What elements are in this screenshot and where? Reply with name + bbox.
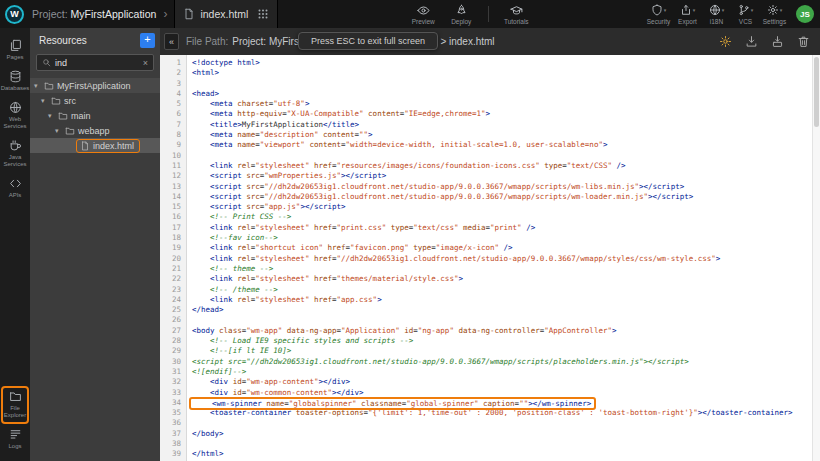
code-line[interactable]: <meta http-equiv="X-UA-Compatible" conte…	[192, 109, 812, 119]
deploy-button[interactable]: Deploy	[444, 4, 478, 25]
pages-label: Pages	[6, 54, 23, 61]
avatar[interactable]: JS	[796, 5, 814, 23]
settings-label: Settings	[763, 18, 787, 25]
search-input[interactable]: ind	[55, 58, 139, 68]
sidebar-item-apis[interactable]: APIs	[1, 173, 29, 204]
line-number: 22	[160, 274, 181, 284]
code-line[interactable]: <meta name="viewport" content="width=dev…	[192, 140, 812, 150]
code-line[interactable]: <script src="//dh2dw20653ig1.cloudfront.…	[192, 357, 812, 367]
resources-search[interactable]: ind ×	[36, 54, 154, 71]
preview-button[interactable]: Preview	[406, 4, 440, 25]
tree-item-webapp[interactable]: ▾webapp	[30, 123, 160, 138]
tutorials-button[interactable]: Tutorials	[499, 4, 533, 25]
code-line[interactable]: <link rel="stylesheet" href="print.css" …	[192, 223, 812, 233]
code-line[interactable]	[192, 79, 812, 89]
delete-button[interactable]	[797, 35, 810, 48]
code-line[interactable]: <script src="//dh2dw20653ig1.cloudfront.…	[192, 182, 812, 192]
code-line[interactable]	[192, 315, 812, 325]
download-button[interactable]	[745, 35, 758, 48]
code-line[interactable]: <!doctype html>	[192, 58, 812, 68]
line-number: 27	[160, 326, 181, 336]
caret-down-icon[interactable]: ▾	[55, 127, 62, 135]
code-line[interactable]: <meta name="description" content="">	[192, 130, 812, 140]
security-label: Security	[647, 18, 670, 25]
code-line[interactable]	[192, 418, 812, 428]
import-button[interactable]	[771, 35, 784, 48]
sidebar-item-logs[interactable]: Logs	[1, 424, 29, 455]
file-explorer-label: File Explorer	[3, 405, 27, 419]
clear-search-icon[interactable]: ×	[143, 58, 148, 68]
code-line[interactable]: <![endif]-->	[192, 367, 812, 377]
code-line[interactable]: <div id="wm-app-content"></div>	[192, 377, 812, 387]
tree-item-index.html[interactable]: index.html	[30, 138, 160, 153]
sidebar-item-file-explorer[interactable]: File Explorer	[1, 386, 29, 424]
settings-button[interactable]: ▾Settings	[760, 4, 789, 25]
preview-label: Preview	[412, 18, 435, 25]
globe-icon	[709, 4, 721, 16]
code-line[interactable]: <!--[if lt IE 10]>	[192, 346, 812, 356]
sidebar-item-pages[interactable]: Pages	[1, 35, 29, 66]
code-line[interactable]: <wm-spinner name="globalspinner" classna…	[192, 398, 812, 408]
file-path-label: File Path:	[186, 36, 228, 47]
code-line[interactable]: </body>	[192, 429, 812, 439]
line-number: 7	[160, 120, 181, 130]
code-line[interactable]: <link rel="stylesheet" href="themes/mate…	[192, 274, 812, 284]
add-resource-button[interactable]: +	[140, 33, 155, 48]
code-line[interactable]: <!-- Print CSS -->	[192, 212, 812, 222]
code-line[interactable]: <!-- /theme -->	[192, 285, 812, 295]
vcs-label: VCS	[739, 18, 752, 25]
editor-scrollbar[interactable]	[812, 55, 820, 461]
code-line[interactable]: </head>	[192, 305, 812, 315]
editor-settings-button[interactable]	[719, 35, 732, 48]
scrollbar-thumb[interactable]	[814, 57, 819, 127]
code-line[interactable]: <title>MyFirstApplication</title>	[192, 120, 812, 130]
security-button[interactable]: ▾Security	[644, 4, 673, 25]
tab-index-html[interactable]: index.html	[174, 0, 278, 28]
code-lines[interactable]: <!doctype html><html><head> <meta charse…	[187, 55, 812, 461]
settings-icon-row: ▾	[767, 4, 783, 17]
code-editor[interactable]: 1234567891011121314151617181920212223242…	[160, 55, 820, 461]
sidebar-item-web-services[interactable]: Web Services	[1, 97, 29, 135]
code-line[interactable]: <script src="app.js"></script>	[192, 202, 812, 212]
caret-down-icon[interactable]: ▾	[34, 82, 41, 90]
project-name: MyFirstApplication	[71, 8, 157, 20]
code-line[interactable]: <body class="wm-app" data-ng-app="Applic…	[192, 326, 812, 336]
tree-item-main[interactable]: ▾main	[30, 108, 160, 123]
file-icon	[80, 141, 90, 151]
code-line[interactable]: <!-- Load IE9 specific styles and script…	[192, 336, 812, 346]
project-title[interactable]: Project:MyFirstApplication	[32, 8, 156, 20]
caret-down-icon[interactable]: ▾	[41, 97, 48, 105]
export-button[interactable]: ▾Export	[673, 4, 702, 25]
code-line[interactable]: <html>	[192, 68, 812, 78]
collapse-panel-button[interactable]: «	[164, 33, 179, 50]
chevron-right-icon: ›	[163, 7, 167, 21]
code-line[interactable]: </html>	[192, 449, 812, 459]
wavemaker-logo-icon[interactable]: W	[5, 5, 24, 24]
sidebar-item-databases[interactable]: Databases	[1, 66, 29, 97]
code-line[interactable]: <head>	[192, 89, 812, 99]
code-line[interactable]: <!--fav icon-->	[192, 233, 812, 243]
code-line[interactable]: <link rel="stylesheet" href="app.css">	[192, 295, 812, 305]
sidebar-item-java-services[interactable]: Java Services	[1, 135, 29, 173]
folder-icon	[58, 111, 68, 121]
i18n-button[interactable]: ▾i18N	[702, 4, 731, 25]
tree-item-src[interactable]: ▾src	[30, 93, 160, 108]
code-line[interactable]: <link rel="shortcut icon" href="favicon.…	[192, 243, 812, 253]
vcs-button[interactable]: ▾VCS	[731, 4, 760, 25]
resources-tree: ▾MyFirstApplication▾src▾main▾webappindex…	[30, 78, 160, 153]
wavemaker-studio: W Project:MyFirstApplication › index.htm…	[0, 0, 820, 461]
grid-menu-icon[interactable]	[257, 8, 269, 20]
tree-item-MyFirstApplication[interactable]: ▾MyFirstApplication	[30, 78, 160, 93]
code-line[interactable]: <link rel="stylesheet" href="resources/i…	[192, 161, 812, 171]
divider	[488, 6, 489, 22]
code-line[interactable]: <script src="//dh2dw20653ig1.cloudfront.…	[192, 192, 812, 202]
code-line[interactable]: <link rel="stylesheet" href="//dh2dw2065…	[192, 254, 812, 264]
code-line[interactable]	[192, 439, 812, 449]
line-number: 31	[160, 367, 181, 377]
code-line[interactable]: <meta charset="utf-8">	[192, 99, 812, 109]
line-number: 37	[160, 429, 181, 439]
caret-down-icon[interactable]: ▾	[48, 112, 55, 120]
code-line[interactable]: <script src="wmProperties.js"></script>	[192, 171, 812, 181]
code-line[interactable]	[192, 151, 812, 161]
code-line[interactable]: <!-- theme -->	[192, 264, 812, 274]
